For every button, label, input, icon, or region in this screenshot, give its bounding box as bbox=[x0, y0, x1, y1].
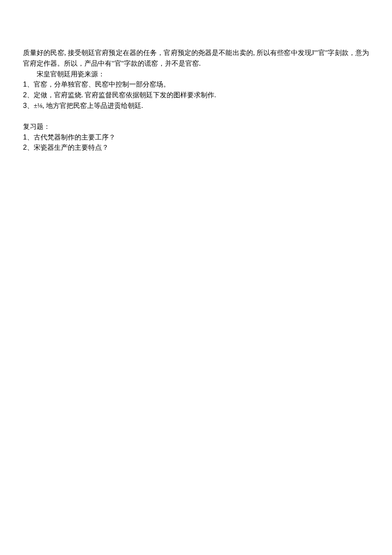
list-text: 古代梵器制作的主要工序？ bbox=[34, 134, 115, 141]
document-page: 质量好的民窑, 接受朝廷官府预定在器的任务，官府预定的尧器是不能出卖的, 所以有… bbox=[0, 0, 392, 153]
list-text: 官窑，分单独官窑、民窑中控制一部分窑场。 bbox=[34, 81, 170, 88]
review-heading: 复习题： bbox=[23, 122, 369, 132]
list-number: 1、 bbox=[23, 81, 34, 88]
list-text: 定做，官府监烧. 官府监督民窑依据朝廷下发的图样要求制作. bbox=[34, 91, 216, 99]
list-text: 宋瓷器生产的主要特点？ bbox=[34, 144, 109, 151]
paragraph-sources-heading: 宋皇官朝廷用瓷来源： bbox=[23, 69, 369, 80]
list-item: 2、宋瓷器生产的主要特点？ bbox=[23, 142, 369, 153]
list-number: 1、 bbox=[23, 134, 34, 141]
list-number: 3、 bbox=[23, 102, 34, 109]
spacer bbox=[23, 111, 369, 122]
list-item: 2、定做，官府监烧. 官府监督民窑依据朝廷下发的图样要求制作. bbox=[23, 90, 369, 101]
list-number: 2、 bbox=[23, 91, 34, 99]
list-number: 2、 bbox=[23, 144, 34, 151]
list-item: 3、±⅛, 地方官把民窑上等品进贡给朝廷. bbox=[23, 101, 369, 111]
list-item: 1、官窑，分单独官窑、民窑中控制一部分窑场。 bbox=[23, 79, 369, 90]
list-item: 1、古代梵器制作的主要工序？ bbox=[23, 132, 369, 143]
list-text: ±⅛, 地方官把民窑上等品进贡给朝廷. bbox=[34, 102, 143, 109]
paragraph-continuation: 质量好的民窑, 接受朝廷官府预定在器的任务，官府预定的尧器是不能出卖的, 所以有… bbox=[23, 48, 369, 69]
